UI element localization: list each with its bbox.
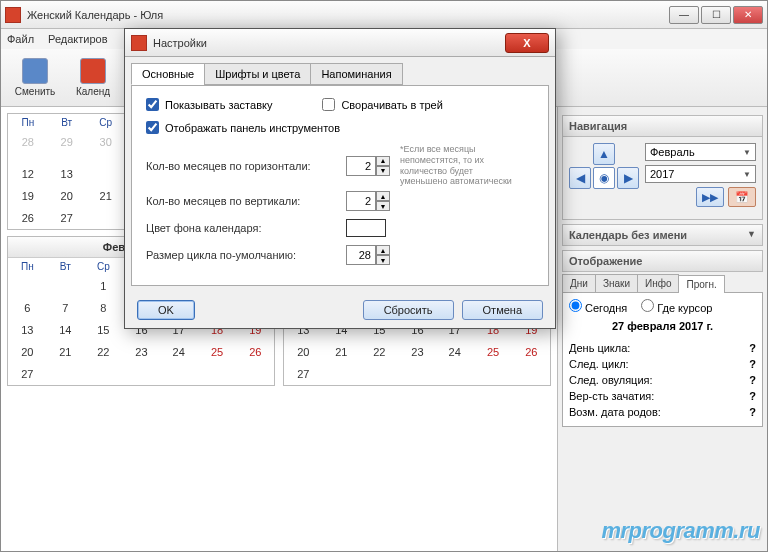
tab-signs[interactable]: Знаки: [595, 274, 638, 292]
day-cell[interactable]: [84, 363, 123, 385]
chk-show-toolbar[interactable]: Отображать панель инструментов: [146, 121, 534, 134]
tool-calendar[interactable]: Календ: [67, 54, 119, 102]
day-cell[interactable]: [360, 363, 399, 385]
dow-header: Вт: [48, 114, 86, 131]
day-cell[interactable]: 21: [323, 341, 360, 363]
day-cell[interactable]: [323, 363, 360, 385]
day-cell[interactable]: [86, 163, 126, 185]
tab-info[interactable]: Инфо: [637, 274, 680, 292]
nav-left[interactable]: ◀: [569, 167, 591, 189]
day-cell[interactable]: 13: [8, 319, 47, 341]
day-cell[interactable]: [399, 363, 436, 385]
bg-color-picker[interactable]: [346, 219, 386, 237]
day-cell[interactable]: 1: [84, 275, 123, 297]
nav-right[interactable]: ▶: [617, 167, 639, 189]
calname-header[interactable]: Календарь без имени▼: [562, 224, 763, 246]
day-cell[interactable]: 26: [513, 341, 550, 363]
day-cell[interactable]: [48, 153, 86, 163]
day-cell[interactable]: 8: [84, 297, 123, 319]
day-cell[interactable]: 23: [123, 341, 160, 363]
day-cell[interactable]: 30: [86, 131, 126, 153]
day-cell[interactable]: 25: [197, 341, 236, 363]
day-cell[interactable]: 28: [8, 131, 48, 153]
day-cell[interactable]: [513, 363, 550, 385]
info-line: День цикла:?: [569, 340, 756, 356]
day-cell[interactable]: [160, 363, 197, 385]
info-line: Возм. дата родов:?: [569, 404, 756, 420]
dow-header: Вт: [47, 258, 84, 275]
day-cell[interactable]: 26: [8, 207, 48, 229]
day-cell[interactable]: 23: [399, 341, 436, 363]
window-title: Женский Календарь - Юля: [27, 9, 669, 21]
day-cell[interactable]: [436, 363, 473, 385]
calendar-icon: [80, 58, 106, 84]
day-cell[interactable]: 24: [436, 341, 473, 363]
day-cell[interactable]: [197, 363, 236, 385]
day-cell[interactable]: 6: [8, 297, 47, 319]
day-cell[interactable]: 21: [47, 341, 84, 363]
spin-months-h[interactable]: ▲▼: [346, 156, 390, 176]
info-line: След. овуляция:?: [569, 372, 756, 388]
day-cell[interactable]: 27: [8, 363, 47, 385]
nav-goto-today[interactable]: 📅: [728, 187, 756, 207]
day-cell[interactable]: [47, 363, 84, 385]
reset-button[interactable]: Сбросить: [363, 300, 454, 320]
radio-cursor[interactable]: Где курсор: [641, 299, 712, 314]
dow-header: Пн: [8, 114, 48, 131]
dialog-titlebar: Настройки X: [125, 29, 555, 57]
day-cell[interactable]: 7: [47, 297, 84, 319]
menu-edit[interactable]: Редактиров: [48, 33, 107, 45]
tab-main[interactable]: Основные: [131, 63, 205, 85]
day-cell[interactable]: [86, 153, 126, 163]
day-cell[interactable]: [47, 275, 84, 297]
day-cell[interactable]: [473, 363, 512, 385]
day-cell[interactable]: 22: [84, 341, 123, 363]
day-cell[interactable]: [8, 153, 48, 163]
day-cell[interactable]: 14: [47, 319, 84, 341]
tab-reminders[interactable]: Напоминания: [310, 63, 402, 85]
spin-months-v[interactable]: ▲▼: [346, 191, 390, 211]
day-cell[interactable]: 22: [360, 341, 399, 363]
day-cell[interactable]: 24: [160, 341, 197, 363]
day-cell[interactable]: 20: [284, 341, 323, 363]
tab-days[interactable]: Дни: [562, 274, 596, 292]
radio-today[interactable]: Сегодня: [569, 299, 627, 314]
ok-button[interactable]: OK: [137, 300, 195, 320]
day-cell[interactable]: 20: [48, 185, 86, 207]
tool-change-user[interactable]: Сменить: [9, 54, 61, 102]
menu-file[interactable]: Файл: [7, 33, 34, 45]
lbl-months-v: Кол-во месяцев по вертикали:: [146, 195, 336, 207]
lbl-bg-color: Цвет фона календаря:: [146, 222, 336, 234]
spin-cycle[interactable]: ▲▼: [346, 245, 390, 265]
day-cell[interactable]: 27: [48, 207, 86, 229]
day-cell[interactable]: 29: [48, 131, 86, 153]
day-cell[interactable]: 25: [473, 341, 512, 363]
day-cell[interactable]: [237, 363, 274, 385]
day-cell[interactable]: 27: [284, 363, 323, 385]
user-icon: [22, 58, 48, 84]
tab-prognosis[interactable]: Прогн.: [678, 275, 724, 293]
chk-minimize-tray[interactable]: Сворачивать в трей: [322, 98, 442, 111]
day-cell[interactable]: 21: [86, 185, 126, 207]
nav-center[interactable]: ◉: [593, 167, 615, 189]
day-cell[interactable]: 12: [8, 163, 48, 185]
day-cell[interactable]: [8, 275, 47, 297]
minimize-button[interactable]: —: [669, 6, 699, 24]
nav-fast-fwd[interactable]: ▶▶: [696, 187, 724, 207]
day-cell[interactable]: [123, 363, 160, 385]
day-cell[interactable]: 20: [8, 341, 47, 363]
day-cell[interactable]: 15: [84, 319, 123, 341]
day-cell[interactable]: 13: [48, 163, 86, 185]
month-select[interactable]: Февраль▼: [645, 143, 756, 161]
day-cell[interactable]: [86, 207, 126, 229]
nav-up[interactable]: ▲: [593, 143, 615, 165]
cancel-button[interactable]: Отмена: [462, 300, 543, 320]
tab-fonts[interactable]: Шрифты и цвета: [204, 63, 311, 85]
close-button[interactable]: ✕: [733, 6, 763, 24]
day-cell[interactable]: 26: [237, 341, 274, 363]
year-select[interactable]: 2017▼: [645, 165, 756, 183]
chk-show-splash[interactable]: Показывать заставку: [146, 98, 272, 111]
maximize-button[interactable]: ☐: [701, 6, 731, 24]
day-cell[interactable]: 19: [8, 185, 48, 207]
dialog-close-button[interactable]: X: [505, 33, 549, 53]
